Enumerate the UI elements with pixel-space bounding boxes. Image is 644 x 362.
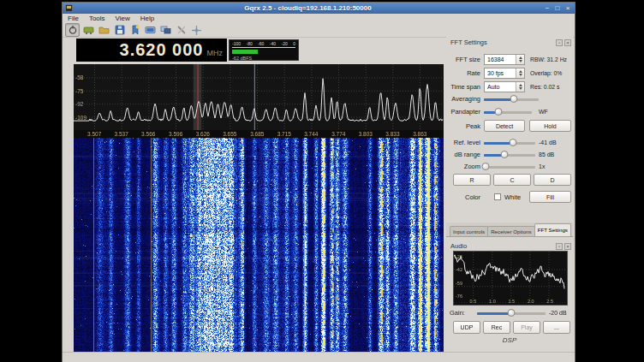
frequency-display[interactable]: 3.620 000 MHz (76, 39, 227, 62)
zoom-slider[interactable] (484, 161, 535, 172)
tab-input-controls[interactable]: Input controls (450, 226, 488, 236)
spin-up-icon[interactable] (519, 56, 522, 59)
center-frequency-button[interactable] (190, 24, 203, 36)
slider-handle[interactable] (482, 163, 490, 170)
spin-up-icon[interactable] (519, 70, 522, 73)
menu-view[interactable]: View (110, 14, 135, 23)
peak-detect-button[interactable]: Detect (484, 120, 525, 132)
freq-axis-label: 3.715 (277, 130, 291, 138)
db-axis-label: -75 (75, 88, 83, 94)
remote-control-button[interactable] (159, 24, 172, 36)
fft-size-value: 16384 (485, 55, 516, 64)
center-button[interactable]: C (493, 174, 531, 186)
slider-groove[interactable] (484, 154, 535, 157)
rate-value: 30 fps (485, 68, 516, 78)
gain-value: -20 dB (549, 307, 567, 318)
freq-axis-label: 3.833 (385, 130, 399, 138)
tools-button[interactable] (175, 24, 188, 36)
record-button[interactable] (144, 24, 157, 36)
titlebar[interactable]: Gqrx 2.5 - cloudiq=192.168.1.210:50000 −… (63, 3, 575, 14)
pandapter[interactable]: -58 -75 -92 -109 (74, 64, 444, 130)
slider-groove[interactable] (484, 166, 535, 169)
zoom-label: Zoom (446, 161, 480, 172)
rec-button[interactable]: Rec (483, 321, 510, 334)
save-button[interactable] (113, 24, 126, 36)
app-icon (65, 4, 73, 12)
rbw-info: RBW: 31.2 Hz (530, 54, 567, 65)
fill-button[interactable]: Fill (529, 191, 571, 203)
audio-freq-label: 1.5 (508, 299, 515, 304)
rate-spinbox[interactable]: 30 fps (484, 68, 525, 79)
tab-fft-settings[interactable]: FFT Settings (534, 223, 571, 236)
dock-tabbar: Input controls Receiver Options FFT Sett… (446, 223, 573, 237)
db-range-label: dB range (446, 149, 480, 160)
spin-down-icon[interactable] (519, 60, 522, 62)
io-config-button[interactable] (82, 24, 95, 36)
start-dsp-button[interactable] (65, 23, 80, 37)
audio-title: Audio (450, 242, 467, 250)
pandapter-split-slider[interactable] (484, 106, 532, 117)
fft-size-label: FFT size (446, 54, 480, 65)
spin-down-icon[interactable] (519, 74, 522, 76)
menu-tools[interactable]: Tools (84, 14, 110, 23)
slider-handle[interactable] (501, 151, 509, 158)
rate-label: Rate (446, 68, 480, 79)
waterfall-canvas[interactable] (74, 138, 444, 352)
gain-slider[interactable] (477, 307, 546, 318)
spectrum-canvas[interactable] (74, 64, 444, 130)
meter-tick: -40 (270, 41, 276, 46)
fft-display: -58 -75 -92 -109 3.507 3.537 3.566 3.596… (74, 64, 444, 352)
spin-arrows[interactable] (516, 68, 524, 78)
spin-arrows[interactable] (516, 55, 524, 64)
demod-button[interactable]: D (534, 174, 571, 186)
power-icon (68, 25, 78, 35)
time-span-spinbox[interactable]: Auto (484, 81, 525, 92)
slider-handle[interactable] (508, 309, 516, 317)
menu-file[interactable]: File (63, 14, 84, 23)
status-bar (63, 352, 575, 362)
meter-tick: -20 (282, 41, 288, 46)
dock-close-button[interactable]: × (564, 39, 571, 46)
dock-float-button[interactable]: ▫ (556, 243, 563, 250)
wf-label: WF (539, 106, 548, 117)
dock-float-button[interactable]: ▫ (556, 39, 563, 46)
maximize-button[interactable]: □ (553, 3, 562, 13)
menu-help[interactable]: Help (135, 14, 159, 23)
dsp-label: DSP (446, 336, 573, 344)
slider-handle[interactable] (494, 108, 502, 116)
toolbar (63, 23, 575, 38)
dual-monitor-icon (160, 25, 171, 35)
spin-down-icon[interactable] (519, 87, 522, 90)
slider-handle[interactable] (510, 139, 517, 146)
spin-arrows[interactable] (516, 82, 524, 92)
spin-up-icon[interactable] (519, 84, 522, 86)
more-options-button[interactable]: ... (543, 321, 570, 334)
open-button[interactable] (98, 24, 110, 36)
db-range-slider[interactable] (484, 149, 535, 160)
slider-handle[interactable] (510, 95, 518, 103)
right-panel: FFT Settings ▫ × FFT size 16384 RBW: 31.… (446, 37, 573, 352)
white-checkbox[interactable] (494, 193, 501, 200)
close-button[interactable]: × (564, 3, 572, 13)
tab-receiver-options[interactable]: Receiver Options (487, 226, 534, 236)
ref-level-slider[interactable] (484, 137, 535, 148)
udp-button[interactable]: UDP (453, 321, 480, 334)
averaging-row: Averaging (446, 93, 573, 104)
reset-button[interactable]: R (453, 174, 491, 186)
time-span-row: Time span Auto Res: 0.02 s (446, 81, 573, 92)
minimize-button[interactable]: − (543, 3, 552, 13)
averaging-slider[interactable] (484, 93, 539, 104)
time-span-value: Auto (485, 82, 516, 92)
frequency-value[interactable]: 3.620 000 (120, 39, 204, 61)
play-button[interactable]: Play (513, 321, 540, 334)
white-checkbox-label[interactable]: White (504, 191, 521, 204)
peak-hold-button[interactable]: Hold (529, 120, 571, 132)
signal-meter: -100 -80 -60 -40 -20 0 -62 dBFS (229, 39, 299, 61)
frequency-axis[interactable]: 3.507 3.537 3.566 3.596 3.626 3.655 3.68… (74, 130, 444, 138)
dock-close-button[interactable]: × (564, 243, 571, 250)
meter-tick: -60 (258, 41, 264, 46)
slider-groove[interactable] (484, 111, 532, 114)
fft-size-spinbox[interactable]: 16384 (484, 54, 525, 65)
color-label: Color (446, 191, 480, 204)
bookmarks-button[interactable] (128, 24, 141, 36)
